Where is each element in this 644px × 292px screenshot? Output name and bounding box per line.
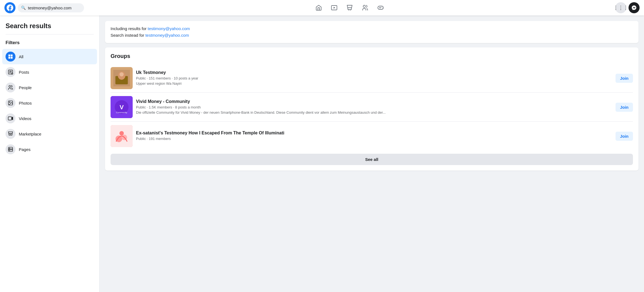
filter-all-label: All <box>19 54 23 59</box>
svg-point-23 <box>9 102 10 103</box>
group-thumb-vivid: V Community <box>111 96 133 118</box>
svg-rect-24 <box>8 117 12 120</box>
home-nav-button[interactable] <box>312 1 325 14</box>
watch-nav-button[interactable] <box>328 1 341 14</box>
filter-posts[interactable]: Posts <box>2 64 97 80</box>
pages-icon <box>6 144 15 154</box>
including-results-line: Including results for testimony@yahoo.co… <box>111 25 633 32</box>
including-text: Including results for <box>111 26 148 31</box>
filter-photos[interactable]: Photos <box>2 95 97 111</box>
facebook-logo[interactable] <box>4 2 15 13</box>
search-instead-text: Search instead for <box>111 33 145 38</box>
photos-icon <box>6 98 15 108</box>
filter-pages[interactable]: Pages <box>2 142 97 157</box>
content-area: Including results for testimony@yahoo.co… <box>100 15 644 292</box>
svg-text:Community: Community <box>116 111 127 114</box>
filter-marketplace-label: Marketplace <box>19 132 41 136</box>
group-item: Ex-satanist's Testmoney How I Escaped Fr… <box>111 122 633 150</box>
group-meta-illuminati-1: Public · 191 members <box>136 136 612 142</box>
group-name-illuminati: Ex-satanist's Testmoney How I Escaped Fr… <box>136 131 612 136</box>
page-title: Search results <box>2 20 97 33</box>
sidebar-divider <box>6 34 94 34</box>
svg-marker-25 <box>12 117 13 120</box>
svg-point-3 <box>350 10 351 10</box>
posts-icon <box>6 67 15 77</box>
svg-point-41 <box>119 131 124 136</box>
group-thumb-uk <box>111 67 133 89</box>
join-button-illuminati[interactable]: Join <box>616 132 633 141</box>
svg-point-8 <box>381 7 382 7</box>
see-all-button[interactable]: See all <box>111 154 633 165</box>
gaming-nav-button[interactable] <box>374 1 387 14</box>
filter-marketplace[interactable]: Marketplace <box>2 126 97 142</box>
group-item: V Community Vivid Money - Community Publ… <box>111 93 633 122</box>
original-search-link[interactable]: testmoney@yahoo.com <box>145 33 189 38</box>
svg-rect-10 <box>9 55 11 57</box>
filter-photos-label: Photos <box>19 101 32 105</box>
search-icon: 🔍 <box>21 6 26 10</box>
group-info-illuminati: Ex-satanist's Testmoney How I Escaped Fr… <box>136 131 612 142</box>
sidebar: Search results Filters All <box>0 15 100 292</box>
join-button-uk[interactable]: Join <box>616 74 633 83</box>
filter-videos[interactable]: Videos <box>2 111 97 126</box>
topnav-left: 🔍 <box>4 2 84 13</box>
filter-pages-label: Pages <box>19 147 31 152</box>
svg-rect-12 <box>9 57 11 59</box>
group-thumb-illuminati <box>111 125 133 147</box>
svg-point-2 <box>349 10 349 10</box>
videos-icon <box>6 113 15 123</box>
groups-card: Groups Uk Testmoney Public · 151 members… <box>105 47 638 171</box>
main-layout: Search results Filters All <box>0 15 644 292</box>
join-button-vivid[interactable]: Join <box>616 103 633 112</box>
apps-button[interactable]: ⋮⋮⋮ <box>615 2 626 13</box>
group-meta-vivid-2: Die offizielle Community für Vivid Money… <box>136 110 612 115</box>
filter-posts-label: Posts <box>19 70 29 75</box>
svg-text:V: V <box>120 104 124 111</box>
people-icon <box>6 83 15 92</box>
svg-point-21 <box>9 86 11 87</box>
group-meta-vivid-1: Public · 1.5K members · 8 posts a month <box>136 105 612 110</box>
svg-point-4 <box>363 5 365 7</box>
messenger-button[interactable] <box>629 2 640 13</box>
all-icon <box>6 52 15 62</box>
filter-all[interactable]: All <box>2 49 97 64</box>
topnav: 🔍 <box>0 0 644 15</box>
filter-videos-label: Videos <box>19 116 32 121</box>
search-input[interactable] <box>28 6 81 10</box>
suggestion-banner: Including results for testimony@yahoo.co… <box>105 21 638 43</box>
suggestion-link[interactable]: testimony@yahoo.com <box>148 26 190 31</box>
marketplace-nav-button[interactable] <box>343 1 356 14</box>
svg-rect-13 <box>11 57 13 59</box>
topnav-center <box>84 1 615 14</box>
topnav-right: ⋮⋮⋮ <box>615 2 640 13</box>
svg-rect-11 <box>11 55 13 57</box>
group-item: Uk Testmoney Public · 151 members · 10 p… <box>111 64 633 93</box>
search-instead-line: Search instead for testmoney@yahoo.com <box>111 32 633 39</box>
svg-point-9 <box>382 8 383 8</box>
svg-point-33 <box>120 72 124 76</box>
svg-rect-27 <box>9 147 13 152</box>
svg-marker-1 <box>334 7 335 9</box>
group-name-vivid: Vivid Money - Community <box>136 99 612 104</box>
group-info-vivid: Vivid Money - Community Public · 1.5K me… <box>136 99 612 115</box>
filter-people[interactable]: People <box>2 80 97 95</box>
group-meta-uk-1: Public · 151 members · 10 posts a year <box>136 76 612 81</box>
group-meta-uk-2: Upper west region Wa Nayiri <box>136 81 612 86</box>
groups-heading: Groups <box>111 53 633 59</box>
group-info-uk: Uk Testmoney Public · 151 members · 10 p… <box>136 70 612 86</box>
filters-label: Filters <box>2 39 97 49</box>
friends-nav-button[interactable] <box>358 1 372 14</box>
group-name-uk: Uk Testmoney <box>136 70 612 75</box>
search-box[interactable]: 🔍 <box>18 3 84 12</box>
marketplace-icon <box>6 129 15 139</box>
filter-people-label: People <box>19 85 32 90</box>
